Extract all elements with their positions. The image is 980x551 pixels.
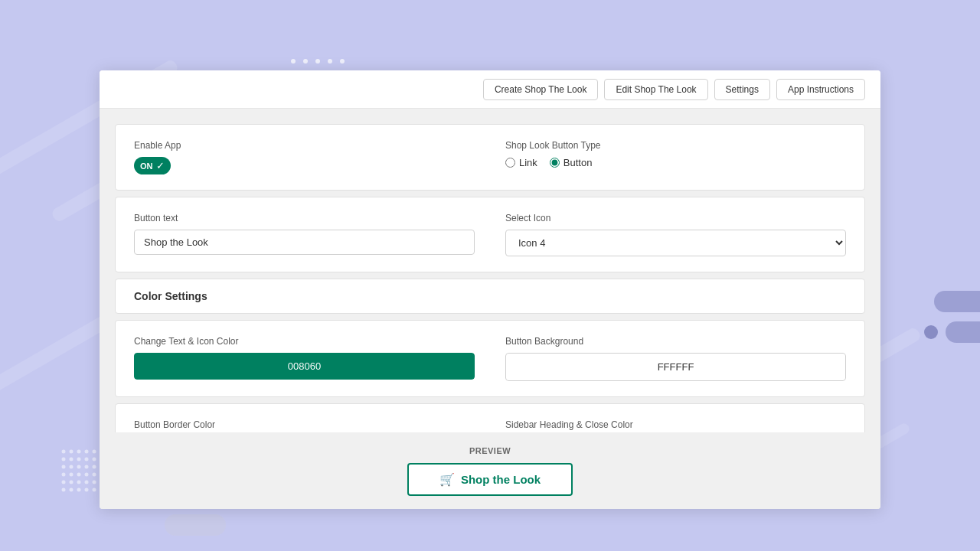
- svg-point-24: [93, 481, 96, 484]
- svg-point-5: [62, 458, 66, 461]
- preview-section: PREVIEW 🛒 Shop the Look: [100, 432, 880, 509]
- radio-button-option[interactable]: Button: [550, 157, 593, 168]
- button-bg-button[interactable]: FFFFFF: [505, 353, 846, 381]
- radio-link-option[interactable]: Link: [505, 157, 537, 168]
- svg-point-0: [62, 450, 66, 454]
- color-settings-heading: Color Settings: [115, 279, 865, 314]
- radio-link-label: Link: [519, 157, 537, 168]
- button-bg-wrapper: FFFFFF: [505, 353, 846, 381]
- bottom-left-pill-2: [165, 514, 226, 536]
- enable-app-label: Enable App: [134, 140, 475, 151]
- top-nav: Create Shop The Look Edit Shop The Look …: [100, 70, 880, 109]
- svg-point-4: [93, 450, 96, 454]
- svg-point-25: [62, 488, 66, 492]
- toggle-container: ON ✓: [134, 157, 475, 174]
- select-icon-label: Select Icon: [505, 213, 846, 223]
- svg-point-12: [77, 465, 81, 469]
- svg-point-8: [85, 458, 89, 461]
- svg-point-23: [85, 481, 89, 484]
- svg-point-22: [77, 481, 81, 484]
- button-text-input[interactable]: [134, 230, 475, 255]
- radio-button-label: Button: [564, 157, 593, 168]
- right-circle-decoration: [924, 325, 938, 339]
- select-icon-group: Select Icon Icon 1 Icon 2 Icon 3 Icon 4 …: [505, 213, 846, 256]
- enable-app-group: Enable App ON ✓: [134, 140, 475, 174]
- svg-point-13: [85, 465, 89, 469]
- settings-button[interactable]: Settings: [714, 79, 770, 100]
- text-icon-color-button[interactable]: 008060: [134, 353, 475, 380]
- svg-point-29: [93, 488, 96, 492]
- svg-point-19: [93, 473, 96, 477]
- button-text-label: Button text: [134, 213, 475, 223]
- svg-point-28: [85, 488, 89, 492]
- preview-button[interactable]: 🛒 Shop the Look: [407, 463, 573, 496]
- button-border-label: Button Border Color: [134, 419, 475, 430]
- right-decoration-2: [946, 321, 980, 343]
- text-icon-color-group: Change Text & Icon Color 008060: [134, 336, 475, 381]
- button-bg-label: Button Background: [505, 336, 846, 347]
- button-text-card: Button text Select Icon Icon 1 Icon 2 Ic…: [115, 197, 865, 272]
- svg-point-18: [85, 473, 89, 477]
- svg-point-10: [62, 465, 66, 469]
- svg-point-6: [70, 458, 74, 461]
- button-type-label: Shop Look Button Type: [505, 140, 846, 151]
- toggle-on-text: ON: [140, 161, 153, 171]
- preview-label: PREVIEW: [469, 446, 511, 455]
- svg-point-11: [70, 465, 74, 469]
- svg-point-16: [70, 473, 74, 477]
- svg-point-1: [70, 450, 74, 454]
- svg-point-3: [85, 450, 89, 454]
- button-type-group: Shop Look Button Type Link Button: [505, 140, 846, 174]
- svg-point-9: [93, 458, 96, 461]
- sidebar-heading-group: Sidebar Heading & Close Color 000000: [505, 419, 846, 432]
- preview-button-text: Shop the Look: [461, 473, 541, 486]
- svg-point-21: [70, 481, 74, 484]
- radio-group: Link Button: [505, 157, 846, 168]
- button-bg-group: Button Background FFFFFF: [505, 336, 846, 381]
- dots-decoration: [291, 59, 345, 64]
- svg-point-27: [77, 488, 81, 492]
- toggle-check-icon: ✓: [156, 160, 165, 171]
- svg-point-26: [70, 488, 74, 492]
- button-border-group: Button Border Color 008060: [134, 419, 475, 432]
- right-decoration-1: [934, 291, 980, 312]
- svg-point-20: [62, 481, 66, 484]
- svg-point-14: [93, 465, 96, 469]
- app-instructions-button[interactable]: App Instructions: [776, 79, 865, 100]
- svg-point-15: [62, 473, 66, 477]
- svg-point-17: [77, 473, 81, 477]
- color-row-2-card: Button Border Color 008060 Sidebar Headi…: [115, 403, 865, 432]
- app-container: Create Shop The Look Edit Shop The Look …: [100, 70, 880, 509]
- svg-point-7: [77, 458, 81, 461]
- color-row-1-card: Change Text & Icon Color 008060 Button B…: [115, 320, 865, 397]
- svg-point-2: [77, 450, 81, 454]
- text-icon-color-wrapper: 008060: [134, 353, 475, 380]
- button-text-group: Button text: [134, 213, 475, 256]
- preview-button-icon: 🛒: [439, 472, 455, 487]
- icon-select[interactable]: Icon 1 Icon 2 Icon 3 Icon 4 Icon 5: [505, 230, 846, 256]
- enable-app-card: Enable App ON ✓ Shop Look Button Type Li…: [115, 124, 865, 191]
- enable-toggle[interactable]: ON ✓: [134, 157, 171, 174]
- edit-shop-button[interactable]: Edit Shop The Look: [604, 79, 707, 100]
- text-icon-color-label: Change Text & Icon Color: [134, 336, 475, 347]
- create-shop-button[interactable]: Create Shop The Look: [483, 79, 599, 100]
- main-content: Enable App ON ✓ Shop Look Button Type Li…: [100, 109, 880, 432]
- radio-button-input[interactable]: [550, 158, 560, 168]
- sidebar-heading-label: Sidebar Heading & Close Color: [505, 419, 846, 430]
- radio-link-input[interactable]: [505, 158, 515, 168]
